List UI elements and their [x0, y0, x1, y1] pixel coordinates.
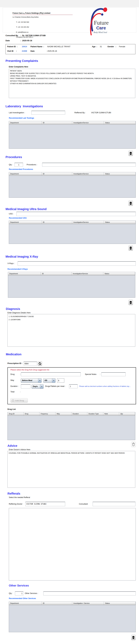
column-header-status[interactable]: Status [104, 602, 136, 605]
drug-list-table[interactable]: Drug ID Drug Fequency Way Duration Durat… [8, 412, 135, 440]
lab-table-body[interactable] [9, 124, 136, 149]
lab-results-table[interactable]: Department ID Investigation/Service Stat… [9, 121, 136, 149]
xray-table[interactable]: Department ID Investigation/Service Stat… [8, 272, 135, 298]
delete-other-service-item-button[interactable]: ↻ [131, 635, 136, 640]
drug-input[interactable] [21, 372, 81, 376]
column-header-status[interactable]: Status [104, 221, 136, 224]
column-header-department[interactable]: Department [9, 121, 42, 124]
way-count-input[interactable] [57, 378, 64, 383]
xray-input[interactable] [18, 261, 136, 266]
column-header-status[interactable]: Status [104, 172, 136, 176]
recommended-uss-label: Recommended USS [9, 217, 26, 219]
delete-lab-item-button[interactable]: ↻ [128, 150, 133, 156]
consulted-by-label: Consulted By [6, 34, 20, 36]
column-header-id[interactable]: ID [42, 602, 72, 605]
meal-timing-select[interactable]: Before Meal ▼ [21, 378, 42, 383]
consulted-by-value: Dr. VICTOR OJIMA ETUBI [22, 34, 46, 36]
column-header-drug-id[interactable]: Drug ID [8, 412, 24, 416]
add-drug-button[interactable]: + Add Drug [10, 398, 28, 403]
company-name-main: Future Care [12, 12, 23, 14]
column-header-investigation-service[interactable]: Investigation / Service [72, 602, 104, 605]
trash-icon: ↻ [130, 301, 132, 304]
trash-icon: ↻ [130, 152, 132, 155]
column-header-id[interactable]: ID [41, 272, 72, 276]
referral-list-box[interactable] [9, 508, 136, 580]
diagnosis-textarea[interactable]: 1. OLIGOMENORRHEA ? CAUSE 2. LEIOMYOMA [8, 314, 135, 347]
column-header-department[interactable]: Department [9, 602, 42, 605]
complaints-textarea[interactable]: PATIENT SEEN. BEING REVIEWED FOR SUSPECT… [9, 69, 135, 98]
column-header-id[interactable]: ID [42, 121, 72, 124]
consultant-input[interactable] [93, 502, 136, 506]
letterhead: Future Care by Future Holdings (Pty) Lim… [3, 8, 136, 32]
column-header-id[interactable]: ID [42, 172, 72, 176]
column-header-investigation-service[interactable]: Investigation/Service [72, 121, 104, 124]
delete-procedure-item-button[interactable]: ↻ [128, 200, 133, 206]
other-services-table-header: Department ID Investigation / Service St… [9, 602, 136, 605]
procedures-table[interactable]: Department ID Investigation/Service Stat… [9, 172, 136, 198]
referring-doctor-label: Reffering Doctor [9, 503, 22, 505]
column-header-department[interactable]: Department [9, 221, 42, 224]
gender-value: Female [119, 46, 125, 48]
refresh-prescription-id-button[interactable] [38, 361, 42, 366]
column-header-department[interactable]: Department [8, 272, 41, 276]
drug-list-table-header: Drug ID Drug Fequency Way Duration Durat… [8, 412, 135, 416]
duration-unit-select[interactable]: Day/s ▼ [32, 384, 44, 389]
special-notes-input[interactable] [101, 372, 126, 376]
drug-suggestion-warning: Please select the Drug from Drug suggess… [10, 369, 49, 371]
duration-input[interactable] [21, 384, 30, 388]
section-heading-diagnosis: Diagnosis [6, 307, 20, 311]
column-header-duration-type[interactable]: Duration Type [87, 412, 103, 416]
delete-uss-item-button[interactable]: ↻ [128, 245, 133, 251]
svg-text:♥: ♥ [99, 26, 100, 28]
svg-text:↻: ↻ [130, 248, 131, 249]
lab-investigation-input[interactable] [32, 111, 65, 114]
column-header-investigation-service[interactable]: Investigation/Service [72, 272, 104, 276]
chevron-down-icon: ▼ [40, 384, 43, 388]
referring-doctor-input[interactable] [26, 502, 65, 506]
drug-list-table-body[interactable] [8, 416, 135, 440]
per-meal-input[interactable] [69, 384, 78, 388]
column-header-duration[interactable]: Duration [72, 412, 88, 416]
other-services-table-body[interactable] [9, 605, 136, 632]
section-heading-referrals: Refferals [8, 492, 20, 495]
procedures-table-body[interactable] [9, 176, 136, 198]
drug-label: Drug [10, 373, 14, 375]
column-header-id[interactable]: ID [42, 221, 72, 224]
recommended-procedures-label: Recommended Procedures [9, 168, 33, 170]
procedures-input[interactable] [42, 163, 136, 166]
colon: : [100, 373, 100, 375]
column-header-drug[interactable]: Drug [24, 412, 40, 416]
lab-table-header: Department ID Investigation/Service Stat… [9, 121, 136, 124]
column-header-status[interactable]: Status [103, 272, 135, 276]
column-header-department[interactable]: Department [9, 172, 42, 176]
uss-table[interactable]: Department ID Investigation/Service Stat… [9, 220, 136, 244]
colon: : [20, 391, 20, 393]
other-services-input[interactable] [43, 592, 136, 596]
visit-date-label: Date [30, 50, 34, 52]
procedures-label: Procedures : [26, 164, 37, 166]
delete-drug-item-button[interactable] [131, 442, 136, 447]
date-value: 2025-05-16 [22, 40, 32, 42]
advice-textarea[interactable]: COUNSEL FOR POSSIBLE HORMAL INSTIGATION … [8, 451, 135, 488]
column-header-qty[interactable]: Qty [119, 412, 135, 416]
column-header-way[interactable]: Way [56, 412, 72, 416]
frequency-select[interactable]: OD ▼ [43, 378, 56, 383]
other-services-table[interactable]: Department ID Investigation / Service St… [9, 602, 136, 632]
column-header-status[interactable]: Status [104, 121, 136, 124]
prescription-id-label: Prescription ID : [8, 362, 22, 364]
column-header-investigation-service[interactable]: Investigation/Service [72, 172, 104, 176]
prescription-id-input[interactable] [24, 362, 37, 366]
patient-id-value: 10414 [22, 46, 27, 48]
column-header-investigation-service[interactable]: Investigation/Service [72, 221, 104, 224]
uss-input[interactable] [16, 212, 136, 216]
svg-text:↻: ↻ [130, 302, 131, 303]
visit-date-value: : 2025-05-16 [46, 50, 57, 52]
xray-table-body[interactable] [8, 276, 135, 298]
column-header-frequency[interactable]: Fequency [40, 412, 56, 416]
consulted-by-row: Consulted By: Dr. VICTOR OJIMA ETUBI [6, 34, 46, 36]
other-services-qty-input[interactable] [15, 592, 23, 596]
procedures-qty-input[interactable] [14, 163, 23, 166]
uss-table-body[interactable] [9, 224, 136, 244]
delete-xray-item-button[interactable]: ↻ [128, 300, 133, 305]
column-header-note[interactable]: Note [103, 412, 119, 416]
